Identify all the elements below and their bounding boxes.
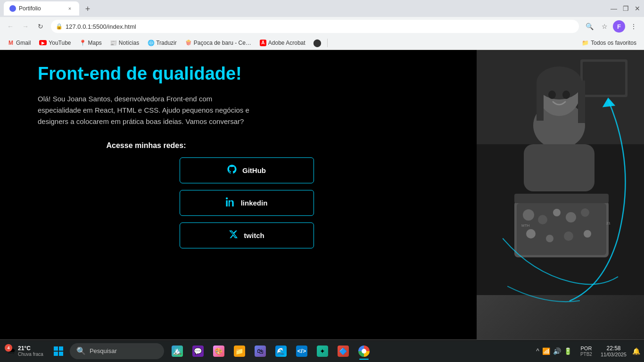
taskbar-search-text: Pesquisar bbox=[90, 347, 117, 354]
networks-label: Acesse minhas redes: bbox=[38, 141, 255, 150]
figma-icon: ✦ bbox=[317, 346, 328, 357]
bookmark-github[interactable]: ⬤ bbox=[310, 39, 324, 47]
clock-time: 22:58 bbox=[606, 345, 620, 352]
svg-point-18 bbox=[546, 235, 553, 242]
taskbar-app-wallpaper[interactable]: 🏔️ bbox=[168, 342, 187, 361]
taskbar-chrome[interactable] bbox=[355, 342, 373, 361]
bookmark-gmail[interactable]: M Gmail bbox=[4, 39, 34, 47]
keyboard-label: PTB2 bbox=[580, 352, 592, 357]
bookmarks-all-button[interactable]: 📁 Todos os favoritos bbox=[578, 39, 640, 47]
volume-tray-icon[interactable]: 🔊 bbox=[553, 347, 561, 355]
acrobat-icon: A bbox=[260, 40, 266, 46]
back-button[interactable]: ← bbox=[4, 20, 17, 33]
bookmark-youtube[interactable]: ▶ YouTube bbox=[35, 39, 74, 47]
tab-close-button[interactable]: × bbox=[66, 5, 74, 12]
start-button[interactable] bbox=[49, 342, 68, 361]
taskbar-app-2[interactable]: 💬 bbox=[189, 342, 207, 361]
svg-point-13 bbox=[538, 215, 547, 224]
svg-point-17 bbox=[526, 229, 536, 239]
minimize-button[interactable]: — bbox=[611, 5, 617, 12]
bookmark-star-button[interactable]: ☆ bbox=[598, 20, 611, 33]
app2-icon: 💬 bbox=[192, 346, 204, 357]
bookmark-gmail-label: Gmail bbox=[16, 40, 31, 46]
social-buttons: GitHub linkedin bbox=[180, 157, 314, 248]
forward-button[interactable]: → bbox=[19, 20, 32, 33]
close-window-button[interactable]: ✕ bbox=[635, 5, 640, 12]
svg-rect-9 bbox=[524, 144, 594, 191]
svg-rect-27 bbox=[54, 346, 58, 351]
bookmark-noticias[interactable]: 📰 Notícias bbox=[107, 39, 143, 47]
taskbar-app-3[interactable]: 🎨 bbox=[209, 342, 228, 361]
bookmark-traduzir[interactable]: 🌐 Traduzir bbox=[144, 39, 181, 47]
figma2-icon: 🔷 bbox=[338, 346, 349, 357]
taskbar-store[interactable]: 🛍 bbox=[251, 342, 270, 361]
github-icon bbox=[227, 165, 237, 176]
hero-image-container: MTH 21 bbox=[474, 50, 644, 341]
noticias-icon: 📰 bbox=[110, 40, 117, 46]
traduzir-icon: 🌐 bbox=[148, 40, 154, 46]
show-hidden-icons[interactable]: ^ bbox=[536, 347, 539, 355]
twitch-button[interactable]: twitch bbox=[180, 222, 314, 248]
battery-tray-icon[interactable]: 🔋 bbox=[564, 347, 572, 355]
store-icon: 🛍 bbox=[255, 346, 266, 357]
taskbar-items: 🏔️ 💬 🎨 📁 🛍 🌊 </> ✦ 🔷 bbox=[168, 342, 373, 361]
bookmark-acrobat-label: Adobe Acrobat bbox=[268, 40, 305, 46]
windows-icon bbox=[54, 346, 63, 356]
menu-button[interactable]: ⋮ bbox=[627, 20, 640, 33]
bookmarks-bar: M Gmail ▶ YouTube 📍 Maps 📰 Notícias 🌐 Tr… bbox=[0, 36, 644, 50]
bookmarks-all-label: Todos os favoritos bbox=[591, 40, 636, 46]
right-column: MTH 21 bbox=[474, 50, 644, 341]
weather-widget[interactable]: 4 🌧 21°C Chuva fraca bbox=[4, 343, 47, 359]
svg-point-12 bbox=[523, 209, 534, 221]
tab-area: Portifolio × + bbox=[4, 1, 607, 16]
vscode-icon: </> bbox=[296, 346, 307, 357]
svg-point-14 bbox=[553, 209, 561, 216]
notification-bell-icon[interactable]: 🔔 bbox=[632, 347, 640, 355]
weather-info: 21°C Chuva fraca bbox=[18, 345, 43, 357]
new-tab-button[interactable]: + bbox=[81, 2, 94, 16]
github-bookmark-icon: ⬤ bbox=[314, 40, 321, 46]
taskbar-figma2[interactable]: 🔷 bbox=[334, 342, 353, 361]
linkedin-label: linkedin bbox=[241, 199, 268, 207]
file-manager-icon: 📁 bbox=[234, 346, 245, 357]
taskbar-search[interactable]: 🔍 Pesquisar bbox=[70, 343, 164, 359]
reload-button[interactable]: ↻ bbox=[34, 20, 47, 33]
active-tab[interactable]: Portifolio × bbox=[4, 1, 79, 16]
bookmark-acrobat[interactable]: A Adobe Acrobat bbox=[256, 39, 309, 47]
gmail-icon: M bbox=[8, 40, 14, 46]
language-indicator[interactable]: POR PTB2 bbox=[578, 346, 595, 357]
svg-point-16 bbox=[581, 208, 589, 217]
search-button[interactable]: 🔍 bbox=[583, 20, 596, 33]
browser-toolbar: ← → ↻ 🔒 127.0.0.1:5500/index.html 🔍 ☆ F … bbox=[0, 17, 644, 36]
window-controls: — ❐ ✕ bbox=[611, 5, 640, 12]
profile-button[interactable]: F bbox=[613, 20, 625, 33]
bookmark-pacoca[interactable]: 🍿 Paçoca de baru - Ce… bbox=[182, 39, 255, 47]
lock-icon: 🔒 bbox=[56, 23, 63, 30]
svg-point-25 bbox=[562, 90, 570, 99]
github-button[interactable]: GitHub bbox=[180, 157, 314, 183]
svg-rect-3 bbox=[583, 62, 625, 95]
bookmarks-separator bbox=[327, 39, 328, 47]
taskbar-file-manager[interactable]: 📁 bbox=[230, 342, 249, 361]
linkedin-button[interactable]: linkedin bbox=[180, 190, 314, 216]
svg-rect-7 bbox=[537, 83, 544, 121]
taskbar-edge[interactable]: 🌊 bbox=[272, 342, 290, 361]
clock-area[interactable]: 22:58 11/03/2025 bbox=[597, 345, 630, 357]
taskbar-vscode[interactable]: </> bbox=[292, 342, 311, 361]
svg-text:MTH: MTH bbox=[521, 223, 530, 228]
x-icon bbox=[229, 230, 238, 241]
svg-rect-29 bbox=[54, 352, 58, 356]
maximize-button[interactable]: ❐ bbox=[623, 5, 629, 12]
github-label: GitHub bbox=[242, 166, 266, 174]
svg-point-20 bbox=[584, 230, 591, 238]
address-bar[interactable]: 🔒 127.0.0.1:5500/index.html bbox=[51, 20, 579, 33]
pacoca-icon: 🍿 bbox=[185, 40, 192, 46]
network-tray-icon[interactable]: 📶 bbox=[542, 347, 550, 355]
linkedin-icon bbox=[226, 197, 235, 209]
page-content: Front-end de qualidade! Olá! Sou Joana S… bbox=[0, 50, 644, 362]
taskbar-figma[interactable]: ✦ bbox=[313, 342, 332, 361]
tab-favicon bbox=[9, 5, 16, 12]
bookmark-maps[interactable]: 📍 Maps bbox=[76, 39, 106, 47]
svg-rect-8 bbox=[578, 81, 585, 123]
bookmark-traduzir-label: Traduzir bbox=[156, 40, 177, 46]
